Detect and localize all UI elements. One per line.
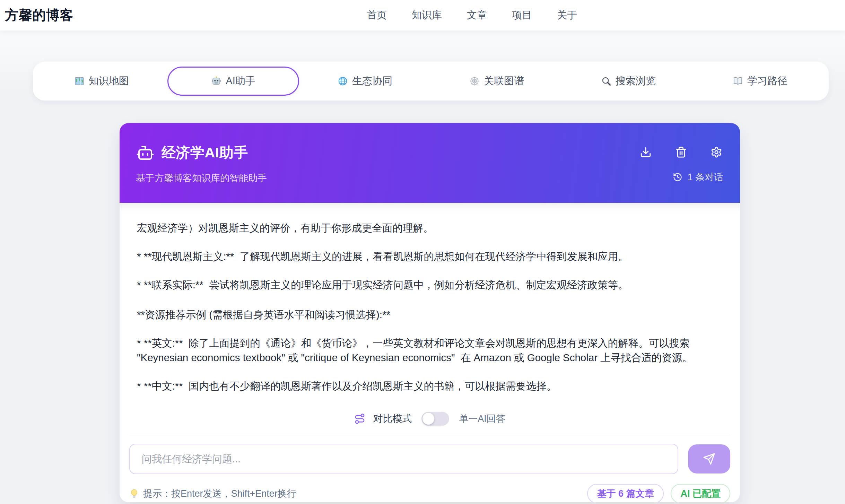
map-icon [74,76,85,86]
compare-mode-toggle[interactable] [421,412,449,426]
feature-tabbar: 知识地图 AI助手 生态协同 关联图谱 搜索浏览 学习路径 [33,62,829,101]
compare-mode-row: 对比模式 单一AI回答 [120,402,740,435]
compare-mode-state: 单一AI回答 [459,412,505,425]
clear-chat-button[interactable] [674,145,688,159]
chat-paragraph: * **联系实际:** 尝试将凯恩斯主义的理论应用于现实经济问题中，例如分析经济… [137,278,723,292]
compare-route-icon [354,413,365,424]
main-nav: 首页 知识库 文章 项目 关于 [367,0,577,31]
send-button[interactable] [688,444,730,473]
composer [120,435,740,474]
ai-configured-badge: AI 已配置 [671,484,730,502]
conversation-count-label: 1 条对话 [687,171,723,183]
web-icon [469,76,480,86]
trash-icon [675,146,687,158]
tab-search-browse[interactable]: 搜索浏览 [563,67,694,96]
toggle-knob [422,413,434,425]
tab-label: 学习路径 [747,74,787,88]
bot-icon [136,144,155,162]
tab-relation-graph[interactable]: 关联图谱 [431,67,563,96]
nav-item-articles[interactable]: 文章 [467,8,487,22]
nav-item-about[interactable]: 关于 [557,8,577,22]
tab-learning-path[interactable]: 学习路径 [694,67,826,96]
search-icon [601,76,611,86]
tab-ai-assistant[interactable]: AI助手 [167,67,299,96]
chat-paragraph: * **中文:** 国内也有不少翻译的凯恩斯著作以及介绍凯恩斯主义的书籍，可以根… [137,379,723,393]
nav-item-knowledge-base[interactable]: 知识库 [412,8,442,22]
assistant-subtitle: 基于方馨博客知识库的智能助手 [136,172,725,184]
chat-paragraph: **资源推荐示例 (需根据自身英语水平和阅读习惯选择):** [137,307,723,322]
send-icon [703,453,715,465]
composer-hint: 提示：按Enter发送，Shift+Enter换行 [129,487,296,500]
question-input[interactable] [129,444,678,474]
download-icon [640,146,652,158]
globe-icon [338,76,348,86]
tab-label: 生态协同 [352,74,392,88]
status-badges: 基于 6 篇文章 AI 已配置 [587,484,730,502]
top-navbar: 方馨的博客 首页 知识库 文章 项目 关于 [0,0,845,31]
book-icon [733,76,743,86]
chat-message-area[interactable]: 宏观经济学）对凯恩斯主义的评价，有助于你形成更全面的理解。 * **现代凯恩斯主… [120,203,740,402]
tab-eco-synergy[interactable]: 生态协同 [299,67,431,96]
articles-count-badge: 基于 6 篇文章 [587,484,664,502]
lightbulb-icon [129,489,139,498]
history-icon [673,172,682,182]
site-logo[interactable]: 方馨的博客 [5,0,73,31]
settings-button[interactable] [709,145,723,159]
tab-knowledge-map[interactable]: 知识地图 [36,67,167,96]
nav-item-projects[interactable]: 项目 [512,8,532,22]
robot-face-icon [211,76,221,86]
header-actions [639,145,723,159]
tab-label: AI助手 [226,74,255,88]
chat-paragraph: 宏观经济学）对凯恩斯主义的评价，有助于你形成更全面的理解。 [137,221,723,235]
composer-hint-text: 提示：按Enter发送，Shift+Enter换行 [143,487,296,500]
composer-footer: 提示：按Enter发送，Shift+Enter换行 基于 6 篇文章 AI 已配… [120,474,740,502]
tab-label: 关联图谱 [484,74,524,88]
tab-label: 知识地图 [89,74,129,88]
ai-assistant-card: 经济学AI助手 基于方馨博客知识库的智能助手 1 条对话 宏观经济学）对凯恩斯主… [120,123,740,502]
conversation-counter: 1 条对话 [673,171,723,183]
chat-paragraph: * **英文:** 除了上面提到的《通论》和《货币论》，一些英文教材和评论文章会… [137,336,723,365]
compare-mode-label: 对比模式 [373,412,412,425]
assistant-header: 经济学AI助手 基于方馨博客知识库的智能助手 1 条对话 [120,123,740,203]
tab-label: 搜索浏览 [616,74,656,88]
assistant-title: 经济学AI助手 [162,143,248,162]
export-button[interactable] [639,145,653,159]
gear-icon [711,146,722,158]
chat-paragraph: * **现代凯恩斯主义:** 了解现代凯恩斯主义的进展，看看凯恩斯的思想如何在现… [137,249,723,264]
nav-item-home[interactable]: 首页 [367,8,387,22]
